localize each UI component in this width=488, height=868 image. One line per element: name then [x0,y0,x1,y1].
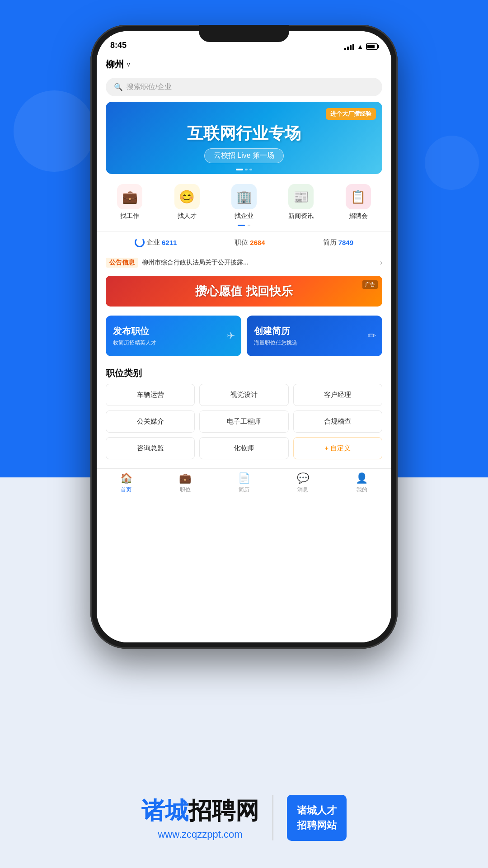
brand-name: 诸城招聘网 [141,795,259,827]
job-label: 职位 [235,238,248,247]
banner-main-text: 互联网行业专场 [187,123,301,143]
home-icon: 🏠 [120,472,132,484]
create-resume-icon: ✏ [368,330,376,342]
nav-profile-label: 我的 [357,486,367,494]
search-placeholder: 搜索职位/企业 [127,82,172,92]
company-label: 企业 [146,238,160,247]
find-company-icon: 🏢 [231,184,257,209]
post-job-label: 发布职位 [113,325,149,337]
job-cat-makeup[interactable]: 化妆师 [199,437,288,459]
phone-frame: 8:45 ▲ 柳州 ∨ [90,25,398,649]
ad-text: 攒心愿值 找回快乐 [195,283,292,299]
banner-tag: 进个大厂攒经验 [326,108,376,120]
nav-label-find-company: 找企业 [235,212,253,220]
brand-divider [272,795,273,840]
resume-label: 简历 [323,238,337,247]
nav-item-find-talent[interactable]: 😊 找人才 [158,184,215,220]
profile-icon: 👤 [356,472,368,484]
app-content: 柳州 ∨ 🔍 搜索职位/企业 进个大厂攒经验 互联网行业专场 云校招 Live … [97,54,391,642]
stats-bar: 企业 6211 职位 2684 简历 7849 [97,231,391,253]
nav-messages-label: 消息 [297,486,308,494]
job-num: 2684 [250,239,265,246]
job-cat-visual[interactable]: 视觉设计 [199,384,288,406]
job-cat-engineer[interactable]: 电子工程师 [199,410,288,433]
job-cat-vehicle[interactable]: 车辆运营 [106,384,195,406]
header: 柳州 ∨ [97,54,391,75]
notice-bar[interactable]: 公告信息 柳州市综合行政执法局关于公开披露... › [97,253,391,272]
cta-buttons: 发布职位 收简历招精英人才 ✈ 创建简历 海量职位任您挑选 ✏ [97,310,391,362]
stat-resume: 简历 7849 [323,237,353,247]
job-cat-custom[interactable]: + 自定义 [293,437,382,459]
signal-icon [344,43,354,50]
banner-dots [236,169,252,170]
find-job-icon: 💼 [117,184,142,209]
nav-profile[interactable]: 👤 我的 [333,472,391,494]
create-resume-label: 创建简历 [254,325,290,337]
search-bar[interactable]: 🔍 搜索职位/企业 [106,78,382,96]
create-resume-button[interactable]: 创建简历 海量职位任您挑选 ✏ [247,316,382,356]
status-icons: ▲ [344,43,378,50]
battery-icon [366,43,378,50]
notice-tag: 公告信息 [106,258,138,268]
nav-resume[interactable]: 📄 简历 [215,472,273,494]
brand-badge: 诸城人才 招聘网站 [287,795,347,841]
nav-label-find-talent: 找人才 [178,212,197,220]
nav-jobs-label: 职位 [180,486,191,494]
nav-label-news: 新闻资讯 [288,212,314,220]
notice-arrow-icon: › [380,259,382,267]
ad-tag: 广告 [362,280,378,289]
badge-line2: 招聘网站 [297,820,337,831]
nav-item-find-company[interactable]: 🏢 找企业 [216,184,272,220]
city-selector[interactable]: 柳州 [106,58,124,71]
wifi-icon: ▲ [357,43,363,50]
find-talent-icon: 😊 [174,184,200,209]
job-cat-compliance[interactable]: 合规稽查 [293,410,382,433]
post-job-sub: 收简历招精英人才 [113,339,156,347]
nav-item-job-fair[interactable]: 📋 招聘会 [330,184,387,220]
nav-label-job-fair: 招聘会 [349,212,368,220]
resume-num: 7849 [338,239,353,246]
brand-name-blue: 诸城 [141,797,188,824]
news-icon: 📰 [288,184,314,209]
nav-item-find-job[interactable]: 💼 找工作 [101,184,158,220]
stat-company: 企业 6211 [135,237,177,247]
status-time: 8:45 [110,41,127,50]
nav-home-label: 首页 [121,486,131,494]
job-cat-pr[interactable]: 公关媒介 [106,410,195,433]
nav-item-news[interactable]: 📰 新闻资讯 [272,184,329,220]
footer-branding: 诸城招聘网 www.zcqzzppt.com 诸城人才 招聘网站 [0,795,488,841]
job-cat-consultant[interactable]: 咨询总监 [106,437,195,459]
jobs-icon: 💼 [179,472,191,484]
brand-name-black: 招聘网 [188,797,259,824]
nav-label-find-job: 找工作 [120,212,139,220]
brand-left: 诸城招聘网 www.zcqzzppt.com [141,795,259,840]
create-resume-sub: 海量职位任您挑选 [254,339,297,347]
chevron-down-icon[interactable]: ∨ [127,61,131,68]
nav-indicator [97,225,391,226]
bottom-nav: 🏠 首页 💼 职位 📄 简历 💬 消息 👤 我的 [97,468,391,501]
main-banner[interactable]: 进个大厂攒经验 互联网行业专场 云校招 Live 第一场 [106,102,382,174]
banner-sub-text: 云校招 Live 第一场 [204,148,284,163]
post-job-icon: ✈ [227,330,235,342]
section-title-jobs: 职位类别 [97,362,391,384]
job-categories: 车辆运营 视觉设计 客户经理 公关媒介 电子工程师 合规稽查 咨询总监 化妆师 … [97,384,391,468]
post-job-button[interactable]: 发布职位 收简历招精英人才 ✈ [106,316,241,356]
messages-icon: 💬 [297,472,309,484]
spinner-icon [135,237,145,247]
nav-jobs[interactable]: 💼 职位 [155,472,214,494]
nav-resume-label: 简历 [239,486,249,494]
company-num: 6211 [162,239,177,246]
nav-messages[interactable]: 💬 消息 [273,472,332,494]
search-icon: 🔍 [114,83,123,91]
notch [199,25,289,42]
resume-icon: 📄 [238,472,250,484]
job-cat-client[interactable]: 客户经理 [293,384,382,406]
ad-banner[interactable]: 攒心愿值 找回快乐 广告 [106,276,382,307]
notice-text: 柳州市综合行政执法局关于公开披露... [142,259,376,267]
nav-home[interactable]: 🏠 首页 [97,472,155,494]
stat-job: 职位 2684 [235,237,265,247]
phone-screen: 8:45 ▲ 柳州 ∨ [97,31,391,642]
quick-nav: 💼 找工作 😊 找人才 🏢 找企业 📰 新闻资讯 📋 招聘会 [97,181,391,225]
badge-line1: 诸城人才 [297,805,337,816]
brand-url: www.zcqzzppt.com [158,829,242,840]
